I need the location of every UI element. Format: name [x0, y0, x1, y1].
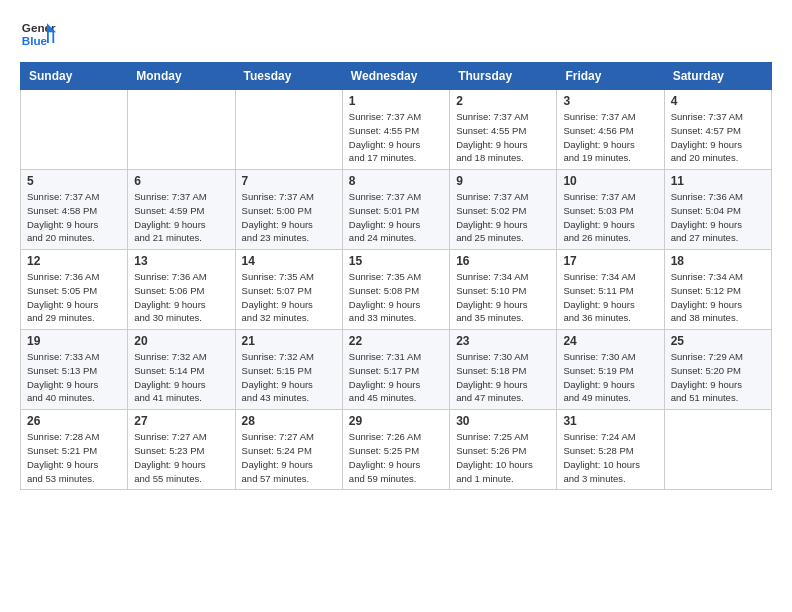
day-cell	[664, 410, 771, 490]
day-info: Sunrise: 7:37 AMSunset: 4:59 PMDaylight:…	[134, 190, 228, 245]
day-cell: 19Sunrise: 7:33 AMSunset: 5:13 PMDayligh…	[21, 330, 128, 410]
day-number: 12	[27, 254, 121, 268]
day-info: Sunrise: 7:29 AMSunset: 5:20 PMDaylight:…	[671, 350, 765, 405]
day-number: 2	[456, 94, 550, 108]
day-number: 14	[242, 254, 336, 268]
day-cell: 17Sunrise: 7:34 AMSunset: 5:11 PMDayligh…	[557, 250, 664, 330]
day-cell: 12Sunrise: 7:36 AMSunset: 5:05 PMDayligh…	[21, 250, 128, 330]
day-info: Sunrise: 7:37 AMSunset: 5:03 PMDaylight:…	[563, 190, 657, 245]
day-info: Sunrise: 7:35 AMSunset: 5:08 PMDaylight:…	[349, 270, 443, 325]
day-info: Sunrise: 7:34 AMSunset: 5:11 PMDaylight:…	[563, 270, 657, 325]
day-info: Sunrise: 7:30 AMSunset: 5:19 PMDaylight:…	[563, 350, 657, 405]
day-info: Sunrise: 7:37 AMSunset: 4:58 PMDaylight:…	[27, 190, 121, 245]
day-info: Sunrise: 7:27 AMSunset: 5:23 PMDaylight:…	[134, 430, 228, 485]
day-cell: 10Sunrise: 7:37 AMSunset: 5:03 PMDayligh…	[557, 170, 664, 250]
day-cell: 31Sunrise: 7:24 AMSunset: 5:28 PMDayligh…	[557, 410, 664, 490]
day-cell: 5Sunrise: 7:37 AMSunset: 4:58 PMDaylight…	[21, 170, 128, 250]
day-info: Sunrise: 7:36 AMSunset: 5:05 PMDaylight:…	[27, 270, 121, 325]
day-number: 11	[671, 174, 765, 188]
svg-text:Blue: Blue	[22, 34, 48, 47]
day-number: 1	[349, 94, 443, 108]
day-number: 30	[456, 414, 550, 428]
day-cell: 13Sunrise: 7:36 AMSunset: 5:06 PMDayligh…	[128, 250, 235, 330]
day-info: Sunrise: 7:33 AMSunset: 5:13 PMDaylight:…	[27, 350, 121, 405]
logo-icon: General Blue	[20, 16, 56, 52]
day-number: 27	[134, 414, 228, 428]
day-cell: 28Sunrise: 7:27 AMSunset: 5:24 PMDayligh…	[235, 410, 342, 490]
day-info: Sunrise: 7:32 AMSunset: 5:15 PMDaylight:…	[242, 350, 336, 405]
day-cell: 22Sunrise: 7:31 AMSunset: 5:17 PMDayligh…	[342, 330, 449, 410]
day-number: 23	[456, 334, 550, 348]
day-cell: 11Sunrise: 7:36 AMSunset: 5:04 PMDayligh…	[664, 170, 771, 250]
weekday-header-saturday: Saturday	[664, 63, 771, 90]
day-number: 5	[27, 174, 121, 188]
day-cell: 23Sunrise: 7:30 AMSunset: 5:18 PMDayligh…	[450, 330, 557, 410]
weekday-header-row: SundayMondayTuesdayWednesdayThursdayFrid…	[21, 63, 772, 90]
day-number: 29	[349, 414, 443, 428]
day-number: 24	[563, 334, 657, 348]
day-info: Sunrise: 7:34 AMSunset: 5:12 PMDaylight:…	[671, 270, 765, 325]
day-number: 7	[242, 174, 336, 188]
day-info: Sunrise: 7:37 AMSunset: 5:02 PMDaylight:…	[456, 190, 550, 245]
day-number: 20	[134, 334, 228, 348]
day-number: 10	[563, 174, 657, 188]
day-cell: 18Sunrise: 7:34 AMSunset: 5:12 PMDayligh…	[664, 250, 771, 330]
day-info: Sunrise: 7:36 AMSunset: 5:06 PMDaylight:…	[134, 270, 228, 325]
day-cell: 4Sunrise: 7:37 AMSunset: 4:57 PMDaylight…	[664, 90, 771, 170]
day-cell: 26Sunrise: 7:28 AMSunset: 5:21 PMDayligh…	[21, 410, 128, 490]
day-cell	[21, 90, 128, 170]
day-info: Sunrise: 7:37 AMSunset: 5:00 PMDaylight:…	[242, 190, 336, 245]
day-info: Sunrise: 7:34 AMSunset: 5:10 PMDaylight:…	[456, 270, 550, 325]
day-cell: 29Sunrise: 7:26 AMSunset: 5:25 PMDayligh…	[342, 410, 449, 490]
day-info: Sunrise: 7:24 AMSunset: 5:28 PMDaylight:…	[563, 430, 657, 485]
day-info: Sunrise: 7:30 AMSunset: 5:18 PMDaylight:…	[456, 350, 550, 405]
day-number: 22	[349, 334, 443, 348]
day-cell: 20Sunrise: 7:32 AMSunset: 5:14 PMDayligh…	[128, 330, 235, 410]
day-info: Sunrise: 7:31 AMSunset: 5:17 PMDaylight:…	[349, 350, 443, 405]
day-info: Sunrise: 7:37 AMSunset: 4:55 PMDaylight:…	[456, 110, 550, 165]
day-number: 31	[563, 414, 657, 428]
weekday-header-friday: Friday	[557, 63, 664, 90]
day-cell: 1Sunrise: 7:37 AMSunset: 4:55 PMDaylight…	[342, 90, 449, 170]
day-number: 3	[563, 94, 657, 108]
day-cell: 9Sunrise: 7:37 AMSunset: 5:02 PMDaylight…	[450, 170, 557, 250]
day-cell: 25Sunrise: 7:29 AMSunset: 5:20 PMDayligh…	[664, 330, 771, 410]
day-info: Sunrise: 7:37 AMSunset: 4:56 PMDaylight:…	[563, 110, 657, 165]
day-cell: 16Sunrise: 7:34 AMSunset: 5:10 PMDayligh…	[450, 250, 557, 330]
day-number: 15	[349, 254, 443, 268]
day-number: 4	[671, 94, 765, 108]
day-cell: 21Sunrise: 7:32 AMSunset: 5:15 PMDayligh…	[235, 330, 342, 410]
day-number: 16	[456, 254, 550, 268]
day-number: 28	[242, 414, 336, 428]
day-cell: 6Sunrise: 7:37 AMSunset: 4:59 PMDaylight…	[128, 170, 235, 250]
week-row-2: 5Sunrise: 7:37 AMSunset: 4:58 PMDaylight…	[21, 170, 772, 250]
day-cell: 14Sunrise: 7:35 AMSunset: 5:07 PMDayligh…	[235, 250, 342, 330]
weekday-header-tuesday: Tuesday	[235, 63, 342, 90]
day-cell: 8Sunrise: 7:37 AMSunset: 5:01 PMDaylight…	[342, 170, 449, 250]
day-number: 6	[134, 174, 228, 188]
week-row-3: 12Sunrise: 7:36 AMSunset: 5:05 PMDayligh…	[21, 250, 772, 330]
day-cell: 30Sunrise: 7:25 AMSunset: 5:26 PMDayligh…	[450, 410, 557, 490]
week-row-5: 26Sunrise: 7:28 AMSunset: 5:21 PMDayligh…	[21, 410, 772, 490]
day-number: 19	[27, 334, 121, 348]
day-info: Sunrise: 7:37 AMSunset: 4:57 PMDaylight:…	[671, 110, 765, 165]
day-info: Sunrise: 7:26 AMSunset: 5:25 PMDaylight:…	[349, 430, 443, 485]
day-cell: 3Sunrise: 7:37 AMSunset: 4:56 PMDaylight…	[557, 90, 664, 170]
header: General Blue	[20, 16, 772, 52]
day-cell: 2Sunrise: 7:37 AMSunset: 4:55 PMDaylight…	[450, 90, 557, 170]
day-info: Sunrise: 7:36 AMSunset: 5:04 PMDaylight:…	[671, 190, 765, 245]
weekday-header-monday: Monday	[128, 63, 235, 90]
day-number: 25	[671, 334, 765, 348]
day-number: 13	[134, 254, 228, 268]
logo: General Blue	[20, 16, 60, 52]
day-info: Sunrise: 7:27 AMSunset: 5:24 PMDaylight:…	[242, 430, 336, 485]
weekday-header-sunday: Sunday	[21, 63, 128, 90]
week-row-1: 1Sunrise: 7:37 AMSunset: 4:55 PMDaylight…	[21, 90, 772, 170]
day-cell: 24Sunrise: 7:30 AMSunset: 5:19 PMDayligh…	[557, 330, 664, 410]
calendar-table: SundayMondayTuesdayWednesdayThursdayFrid…	[20, 62, 772, 490]
week-row-4: 19Sunrise: 7:33 AMSunset: 5:13 PMDayligh…	[21, 330, 772, 410]
day-number: 17	[563, 254, 657, 268]
day-info: Sunrise: 7:28 AMSunset: 5:21 PMDaylight:…	[27, 430, 121, 485]
weekday-header-thursday: Thursday	[450, 63, 557, 90]
day-info: Sunrise: 7:37 AMSunset: 4:55 PMDaylight:…	[349, 110, 443, 165]
